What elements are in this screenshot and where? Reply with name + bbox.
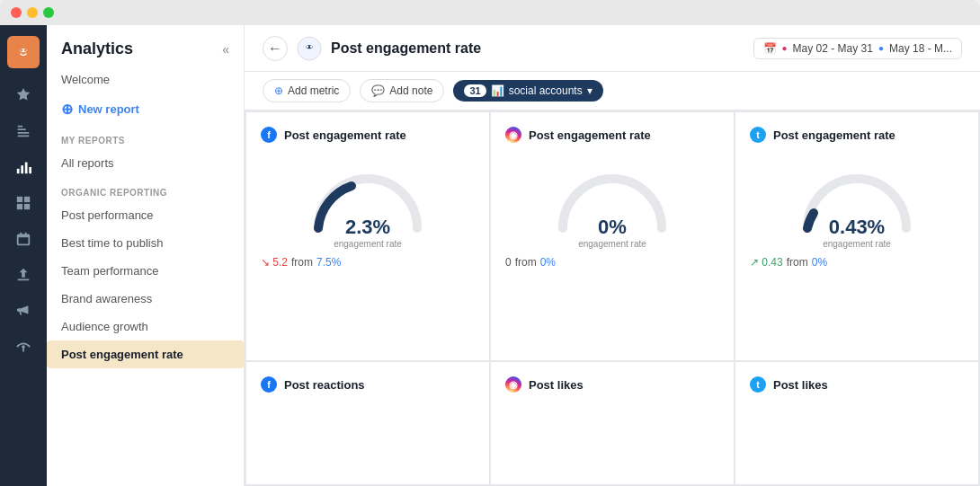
grid-nav-icon[interactable] — [7, 187, 40, 219]
trend-fb-link[interactable]: 7.5% — [316, 256, 341, 269]
trend-up-icon: ↗ 0.43 — [750, 256, 783, 269]
gauge-ig: 0% engagement rate — [505, 150, 719, 249]
megaphone-nav-icon[interactable] — [7, 295, 40, 327]
organic-reporting-section: ORGANIC REPORTING — [47, 177, 244, 201]
svg-point-15 — [310, 45, 312, 47]
calendar-nav-icon[interactable] — [7, 223, 40, 255]
svg-rect-5 — [25, 163, 28, 174]
card-ig-engagement: ◉ Post engagement rate 0% engagement rat… — [491, 112, 734, 360]
from-label: from — [291, 256, 313, 269]
toolbar: ⊕ Add metric 💬 Add note 31 📊 social acco… — [245, 72, 980, 110]
gauge-fb: 2.3% engagement rate — [261, 150, 475, 249]
card-tw-title: Post engagement rate — [773, 128, 895, 142]
my-reports-section: MY REPORTS — [47, 125, 244, 149]
calendar-icon: 📅 — [763, 42, 777, 55]
main-content: ← Post engagement rate 📅 ● May 02 - May … — [245, 25, 980, 486]
nav-brand-awareness[interactable]: Brand awareness — [47, 285, 244, 313]
dot-primary: ● — [782, 43, 788, 53]
card-ig-likes-header: ◉ Post likes — [505, 376, 719, 393]
ig-from-label: from — [515, 256, 537, 269]
nav-new-report[interactable]: ⊕ New report — [47, 93, 244, 125]
app-container: Analytics « Welcome ⊕ New report MY REPO… — [0, 25, 980, 486]
nav-post-performance[interactable]: Post performance — [47, 201, 244, 229]
minimize-btn[interactable] — [27, 7, 38, 18]
facebook-icon: f — [261, 127, 277, 143]
dot-compare: ● — [878, 43, 884, 53]
nav-title: Analytics — [61, 40, 133, 58]
gauge-ig-value: 0% engagement rate — [578, 216, 646, 249]
card-tw-likes: t Post likes — [735, 362, 978, 484]
app-logo — [7, 36, 40, 68]
facebook-reactions-icon: f — [261, 376, 277, 393]
new-report-plus-icon: ⊕ — [61, 101, 73, 118]
add-metric-label: Add metric — [288, 84, 339, 97]
card-fb-header: f Post engagement rate — [261, 127, 475, 143]
instagram-likes-icon: ◉ — [505, 376, 521, 393]
date-range-filter[interactable]: 📅 ● May 02 - May 31 ● May 18 - M... — [753, 38, 962, 59]
card-tw-comparison: ↗ 0.43 from 0% — [750, 256, 964, 269]
svg-rect-9 — [17, 204, 22, 209]
gauge-tw-value: 0.43% engagement rate — [823, 216, 891, 249]
compare-range-label: May 18 - M... — [889, 42, 952, 55]
svg-rect-10 — [24, 204, 30, 209]
card-tw-engagement: t Post engagement rate 0.43% engagement … — [735, 112, 978, 360]
card-ig-comparison: 0 from 0% — [505, 256, 719, 269]
icon-sidebar — [0, 25, 47, 486]
back-button[interactable]: ← — [263, 36, 288, 61]
nav-all-reports[interactable]: All reports — [47, 149, 244, 177]
topbar: ← Post engagement rate 📅 ● May 02 - May … — [245, 25, 980, 72]
add-note-label: Add note — [389, 84, 432, 97]
svg-rect-3 — [17, 169, 20, 173]
card-fb-title: Post engagement rate — [284, 128, 406, 142]
svg-rect-6 — [29, 167, 31, 173]
gauge-tw: 0.43% engagement rate — [750, 150, 964, 249]
gauge-fb-label: engagement rate — [334, 239, 402, 249]
svg-rect-7 — [17, 197, 22, 202]
topbar-right: 📅 ● May 02 - May 31 ● May 18 - M... — [753, 38, 962, 59]
topbar-title: Post engagement rate — [331, 40, 481, 57]
nav-welcome[interactable]: Welcome — [47, 66, 244, 93]
card-fb-reactions-title: Post reactions — [284, 378, 365, 392]
trend-ig-link[interactable]: 0% — [540, 256, 556, 269]
svg-rect-4 — [21, 165, 23, 173]
card-tw-likes-header: t Post likes — [750, 376, 964, 393]
trophy-nav-icon[interactable] — [7, 79, 40, 111]
date-range-label: May 02 - May 31 — [793, 42, 873, 55]
maximize-btn[interactable] — [43, 7, 54, 18]
hootsuite-small-icon — [297, 36, 322, 61]
card-fb-reactions-header: f Post reactions — [261, 376, 475, 393]
analytics-nav-icon[interactable] — [7, 151, 40, 183]
gauge-tw-percent: 0.43% — [823, 216, 891, 239]
twitter-likes-icon: t — [750, 376, 766, 393]
nav-best-time[interactable]: Best time to publish — [47, 229, 244, 257]
titlebar — [0, 0, 980, 25]
accounts-dropdown-icon: ▾ — [587, 84, 592, 97]
trend-down-icon: ↘ 5.2 — [261, 256, 288, 269]
nav-sidebar: Analytics « Welcome ⊕ New report MY REPO… — [47, 25, 245, 486]
export-nav-icon[interactable] — [7, 259, 40, 291]
cards-grid: f Post engagement rate 2.3% engagement r… — [245, 110, 980, 486]
close-btn[interactable] — [11, 7, 22, 18]
gauge-fb-value: 2.3% engagement rate — [334, 216, 402, 249]
nav-post-engagement[interactable]: Post engagement rate — [47, 340, 244, 368]
compose-nav-icon[interactable] — [7, 115, 40, 147]
add-metric-button[interactable]: ⊕ Add metric — [263, 79, 351, 102]
trend-tw-link[interactable]: 0% — [812, 256, 827, 269]
nav-team-performance[interactable]: Team performance — [47, 257, 244, 285]
nav-audience-growth[interactable]: Audience growth — [47, 313, 244, 340]
add-note-button[interactable]: 💬 Add note — [360, 79, 444, 102]
svg-point-1 — [21, 49, 22, 51]
chart-bar-nav-icon[interactable] — [7, 331, 40, 363]
nav-collapse-btn[interactable]: « — [222, 42, 229, 57]
card-ig-likes: ◉ Post likes — [491, 362, 734, 484]
tw-from-label: from — [787, 256, 808, 269]
social-accounts-button[interactable]: 31 📊 social accounts ▾ — [453, 80, 602, 102]
accounts-count: 31 — [464, 84, 486, 97]
card-ig-likes-title: Post likes — [529, 378, 584, 392]
ig-trend-value: 0 — [505, 256, 512, 269]
card-fb-comparison: ↘ 5.2 from 7.5% — [261, 256, 475, 269]
gauge-ig-percent: 0% — [578, 216, 646, 239]
card-ig-title: Post engagement rate — [529, 128, 651, 142]
topbar-left: ← Post engagement rate — [263, 36, 481, 61]
card-ig-header: ◉ Post engagement rate — [505, 127, 719, 143]
